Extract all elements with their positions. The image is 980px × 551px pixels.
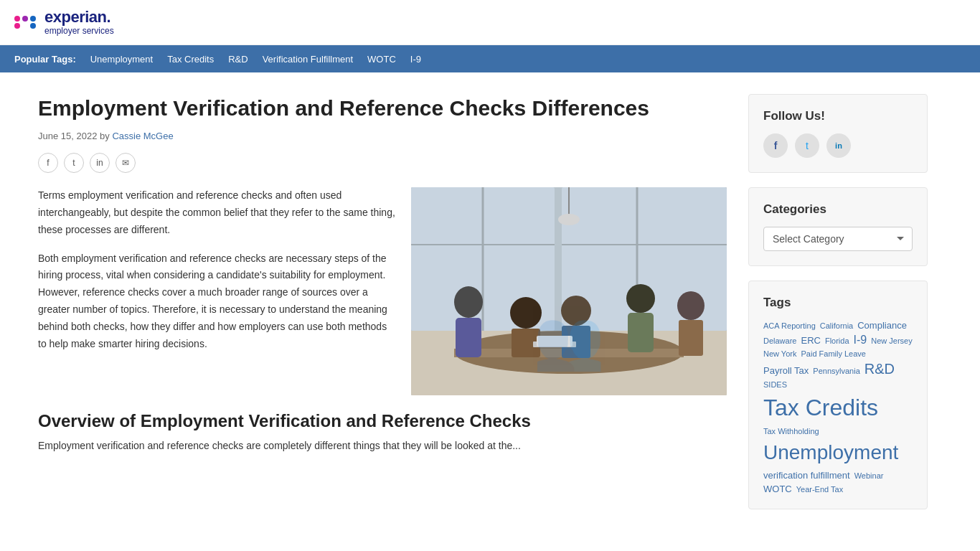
tags-section: Tags ACA Reporting California Compliance… — [748, 281, 928, 509]
follow-linkedin[interactable]: in — [826, 133, 851, 158]
svg-rect-20 — [533, 342, 576, 347]
tag-delaware[interactable]: Delaware — [763, 336, 796, 345]
article-date: June 15, 2022 — [38, 131, 97, 141]
share-linkedin[interactable]: in — [90, 153, 110, 173]
follow-twitter[interactable]: t — [795, 133, 819, 158]
facebook-icon: f — [774, 140, 778, 151]
social-share: f t in ✉ — [38, 153, 727, 173]
logo-experian-text: experian. — [44, 9, 114, 26]
nav-tag-rd[interactable]: R&D — [228, 54, 248, 65]
share-twitter[interactable]: t — [64, 153, 84, 173]
article-image-inner — [411, 187, 727, 395]
share-email[interactable]: ✉ — [116, 153, 136, 173]
svg-point-18 — [677, 291, 705, 320]
categories-section: Categories Select Category Unemployment … — [748, 187, 928, 266]
article-para-2: Both employment verification and referen… — [38, 250, 397, 353]
follow-facebook[interactable]: f — [763, 133, 788, 158]
email-icon: ✉ — [122, 158, 129, 168]
tags-title: Tags — [763, 296, 913, 310]
svg-rect-17 — [628, 313, 654, 352]
article-image — [411, 187, 727, 395]
tag-unemployment[interactable]: Unemployment — [763, 441, 913, 464]
nav-bar: Popular Tags: Unemployment Tax Credits R… — [0, 45, 980, 72]
categories-title: Categories — [763, 202, 913, 217]
article-para-1: Terms employment verification and refere… — [38, 187, 397, 238]
popular-tags-label: Popular Tags: — [14, 54, 76, 65]
main-layout: Employment Verification and Reference Ch… — [24, 72, 956, 545]
article-text: Terms employment verification and refere… — [38, 187, 397, 395]
svg-rect-19 — [679, 320, 703, 356]
article-meta: June 15, 2022 by Cassie McGee — [38, 131, 727, 141]
article-title: Employment Verification and Reference Ch… — [38, 94, 727, 122]
facebook-icon: f — [47, 158, 49, 168]
svg-point-23 — [558, 214, 580, 225]
tag-new-york[interactable]: New York — [763, 349, 796, 358]
tag-florida[interactable]: Florida — [825, 336, 849, 345]
tag-year-end-tax[interactable]: Year-End Tax — [796, 485, 843, 494]
tag-payroll-tax[interactable]: Payroll Tax — [763, 365, 809, 376]
article-author[interactable]: Cassie McGee — [112, 131, 173, 141]
nav-tag-i9[interactable]: I-9 — [410, 54, 421, 65]
tag-erc[interactable]: ERC — [801, 335, 820, 346]
svg-rect-13 — [512, 329, 540, 357]
nav-tag-unemployment[interactable]: Unemployment — [90, 54, 153, 65]
svg-point-10 — [454, 286, 483, 318]
svg-rect-15 — [562, 326, 590, 358]
tag-aca-reporting[interactable]: ACA Reporting — [763, 321, 816, 330]
tags-container: ACA Reporting California Compliance Dela… — [763, 320, 913, 494]
tag-new-jersey[interactable]: New Jersey — [871, 336, 912, 345]
svg-point-12 — [510, 297, 542, 329]
tag-paid-family-leave[interactable]: Paid Family Leave — [801, 349, 866, 358]
tag-california[interactable]: California — [820, 321, 853, 330]
svg-rect-11 — [456, 318, 481, 357]
sidebar: Follow Us! f t in Categories Select Cate… — [748, 94, 928, 524]
share-facebook[interactable]: f — [38, 153, 58, 173]
tag-sides[interactable]: SIDES — [763, 380, 787, 389]
site-header: experian. employer services — [0, 0, 980, 45]
svg-point-14 — [561, 296, 591, 326]
meeting-scene-svg — [411, 187, 727, 395]
svg-rect-21 — [537, 336, 573, 347]
tag-i9[interactable]: I-9 — [854, 334, 867, 347]
content-area: Employment Verification and Reference Ch… — [38, 94, 727, 524]
follow-title: Follow Us! — [763, 109, 913, 123]
nav-tag-verification[interactable]: Verification Fulfillment — [263, 54, 353, 65]
linkedin-icon: in — [835, 141, 842, 150]
follow-icons: f t in — [763, 133, 913, 158]
section-title: Overview of Employment Verification and … — [38, 410, 727, 432]
logo-sub-text: employer services — [44, 26, 114, 36]
article-content-row: Terms employment verification and refere… — [38, 187, 727, 395]
tag-pennsylvania[interactable]: Pennsylvania — [813, 367, 859, 375]
svg-point-16 — [626, 284, 655, 313]
tag-rd[interactable]: R&D — [864, 361, 895, 377]
nav-tag-tax-credits[interactable]: Tax Credits — [167, 54, 214, 65]
tag-verification-fulfillment[interactable]: verification fulfillment — [763, 470, 850, 481]
tag-webinar[interactable]: Webinar — [854, 471, 884, 480]
article-by: by — [100, 131, 112, 141]
nav-tag-wotc[interactable]: WOTC — [367, 54, 396, 65]
logo[interactable]: experian. employer services — [14, 9, 966, 36]
tag-tax-withholding[interactable]: Tax Withholding — [763, 427, 819, 435]
category-select[interactable]: Select Category Unemployment Tax Credits… — [763, 227, 913, 251]
follow-section: Follow Us! f t in — [748, 94, 928, 173]
linkedin-icon: in — [96, 158, 103, 168]
tag-tax-credits[interactable]: Tax Credits — [763, 395, 913, 421]
tag-compliance[interactable]: Compliance — [857, 320, 907, 331]
twitter-icon: t — [806, 140, 809, 151]
tag-wotc[interactable]: WOTC — [763, 484, 792, 494]
section-body: Employment verification and reference ch… — [38, 438, 727, 455]
twitter-icon: t — [72, 158, 75, 168]
